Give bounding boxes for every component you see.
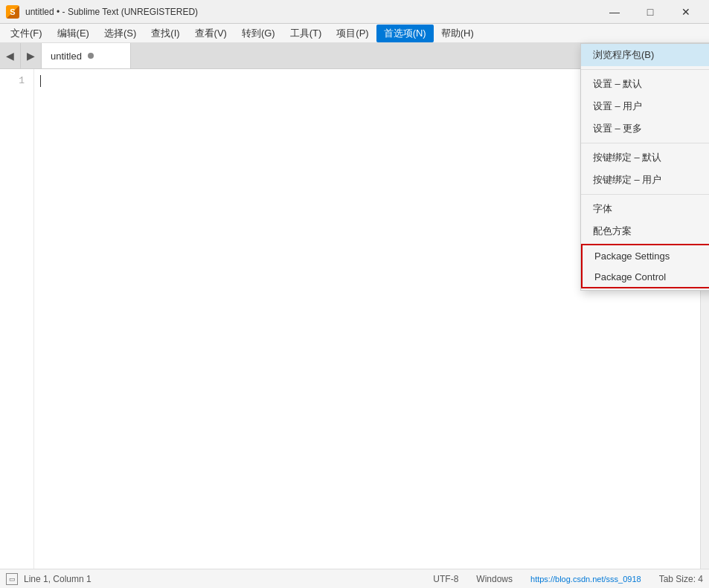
menu-settings-default[interactable]: 设置 – 默认 xyxy=(581,73,709,95)
menu-keybind-default[interactable]: 按键绑定 – 默认 xyxy=(581,146,709,169)
tab-nav-left[interactable]: ◀ xyxy=(0,43,21,68)
tab-nav-right[interactable]: ▶ xyxy=(21,43,42,68)
menu-help[interactable]: 帮助(H) xyxy=(434,25,481,42)
menu-view[interactable]: 查看(V) xyxy=(187,25,234,42)
menu-select[interactable]: 选择(S) xyxy=(97,25,144,42)
tab-label: untitled xyxy=(51,51,82,62)
menu-font[interactable]: 字体 › xyxy=(581,198,709,220)
status-link[interactable]: https://blog.csdn.net/sss_0918 xyxy=(530,575,641,584)
menu-separator-1 xyxy=(581,69,709,70)
menu-goto[interactable]: 转到(G) xyxy=(234,25,283,42)
status-bar: ▭ Line 1, Column 1 UTF-8 Windows https:/… xyxy=(0,569,709,588)
status-right: UTF-8 Windows https://blog.csdn.net/sss_… xyxy=(433,574,703,584)
maximize-button[interactable]: □ xyxy=(633,0,667,24)
tab-untitled[interactable]: untitled xyxy=(42,43,131,68)
menu-separator-2 xyxy=(581,143,709,143)
close-button[interactable]: ✕ xyxy=(669,0,703,24)
status-left: ▭ Line 1, Column 1 xyxy=(6,573,92,585)
menu-tools[interactable]: 工具(T) xyxy=(283,25,330,42)
minimize-button[interactable]: — xyxy=(597,0,632,24)
menu-find[interactable]: 查找(I) xyxy=(144,25,187,42)
menu-file[interactable]: 文件(F) xyxy=(3,25,50,42)
menu-separator-3 xyxy=(581,194,709,195)
preferences-dropdown: 浏览程序包(B) 设置 – 默认 设置 – 用户 设置 – 更多 › 按键绑定 … xyxy=(580,43,709,291)
line-number-1: 1 xyxy=(0,74,25,88)
menu-keybind-user[interactable]: 按键绑定 – 用户 xyxy=(581,169,709,191)
status-position: Line 1, Column 1 xyxy=(24,574,92,584)
menu-bar: 文件(F) 编辑(E) 选择(S) 查找(I) 查看(V) 转到(G) 工具(T… xyxy=(0,24,709,43)
window-title: untitled • - Sublime Text (UNREGISTERED) xyxy=(25,7,198,17)
package-section: Package Settings › Package Control xyxy=(581,244,709,288)
menu-settings-more[interactable]: 设置 – 更多 › xyxy=(581,117,709,140)
menu-package-settings[interactable]: Package Settings › xyxy=(583,245,709,266)
app-icon: S xyxy=(6,5,19,19)
menu-browse-packages[interactable]: 浏览程序包(B) xyxy=(581,44,709,66)
menu-settings-user[interactable]: 设置 – 用户 xyxy=(581,95,709,117)
status-monitor-icon: ▭ xyxy=(6,573,18,585)
status-encoding: UTF-8 xyxy=(433,574,458,584)
title-bar-left: S untitled • - Sublime Text (UNREGISTERE… xyxy=(6,5,198,19)
tab-modified-dot xyxy=(88,53,94,59)
window-controls: — □ ✕ xyxy=(597,0,703,24)
menu-project[interactable]: 项目(P) xyxy=(329,25,376,42)
status-tab-size: Tab Size: 4 xyxy=(659,574,703,584)
menu-preferences[interactable]: 首选项(N) xyxy=(376,25,434,42)
text-cursor xyxy=(40,75,41,87)
line-numbers: 1 xyxy=(0,69,34,569)
menu-edit[interactable]: 编辑(E) xyxy=(50,25,97,42)
menu-package-control[interactable]: Package Control xyxy=(583,266,709,287)
menu-color-scheme[interactable]: 配色方案 › xyxy=(581,220,709,242)
title-bar: S untitled • - Sublime Text (UNREGISTERE… xyxy=(0,0,709,24)
status-line-ending: Windows xyxy=(476,574,513,584)
